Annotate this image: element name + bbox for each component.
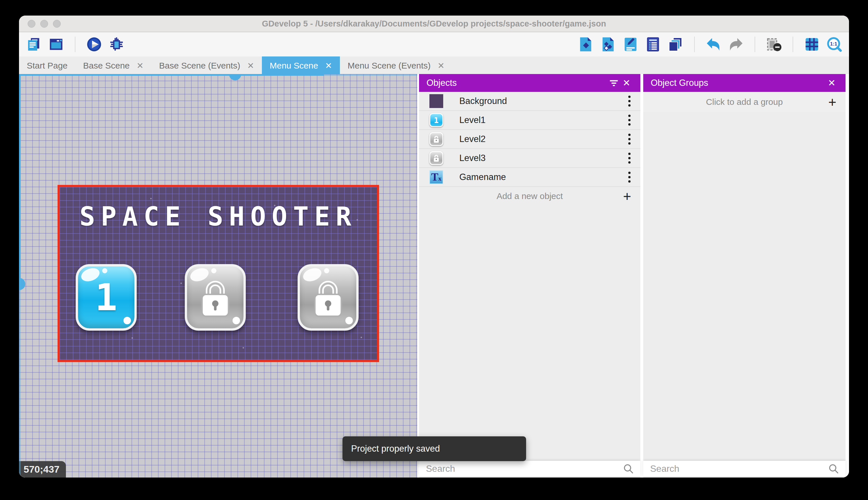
main-area: SPACE SHOOTER 1 xyxy=(19,74,849,478)
close-tab-icon[interactable]: ✕ xyxy=(437,61,444,70)
toolbar-separator xyxy=(754,37,755,52)
level1-button-thumbnail: 1 xyxy=(430,113,443,127)
add-group-button[interactable]: Click to add a group + xyxy=(643,92,846,112)
toolbar-separator xyxy=(75,37,75,52)
tab-label: Menu Scene xyxy=(270,61,318,70)
text-object-thumbnail: Tx xyxy=(430,170,443,184)
object-groups-panel-title: Object Groups xyxy=(651,78,708,88)
object-row-background[interactable]: Background xyxy=(419,92,640,111)
object-groups-panel-header: Object Groups ✕ xyxy=(643,74,846,92)
objects-panel-header: Objects ✕ xyxy=(419,74,640,92)
traffic-lights xyxy=(28,20,61,28)
toolbar: 1:1 xyxy=(19,32,849,56)
toolbar-separator xyxy=(694,37,695,52)
object-row-gamename[interactable]: Tx Gamename xyxy=(419,168,640,187)
close-window-button[interactable] xyxy=(28,20,35,28)
add-new-object-button[interactable]: Add a new object + xyxy=(419,187,640,205)
layers-icon[interactable] xyxy=(667,36,684,53)
filter-icon[interactable] xyxy=(608,77,620,89)
canvas-left-scrollbar-track[interactable] xyxy=(19,290,21,478)
minimize-window-button[interactable] xyxy=(40,20,48,28)
canvas-left-scrollbar[interactable] xyxy=(19,74,21,290)
objects-panel: Objects ✕ Background 1 Level1 xyxy=(419,74,640,478)
save-toast: Project properly saved xyxy=(342,436,526,461)
groups-search-bar xyxy=(643,461,846,476)
object-menu-icon[interactable] xyxy=(624,113,635,127)
zoom-window-button[interactable] xyxy=(53,20,61,28)
debug-icon[interactable] xyxy=(108,36,125,53)
plus-icon: + xyxy=(828,94,836,110)
groups-search-input[interactable] xyxy=(649,463,828,474)
window-mask-icon[interactable] xyxy=(765,36,782,53)
properties-icon[interactable] xyxy=(622,36,639,53)
tab-menu-scene-events[interactable]: Menu Scene (Events) ✕ xyxy=(340,56,453,75)
tab-menu-scene[interactable]: Menu Scene ✕ xyxy=(262,56,340,75)
locked-button-thumbnail xyxy=(430,151,443,165)
object-menu-icon[interactable] xyxy=(624,132,635,146)
padlock-icon xyxy=(300,266,356,328)
scene-window-icon[interactable] xyxy=(48,36,64,53)
redo-icon[interactable] xyxy=(728,36,744,53)
search-icon xyxy=(622,463,634,474)
toolbar-left-group xyxy=(25,36,125,53)
tab-label: Base Scene (Events) xyxy=(159,61,240,70)
close-tab-icon[interactable]: ✕ xyxy=(325,61,332,70)
scene-editor-canvas[interactable]: SPACE SHOOTER 1 xyxy=(19,74,417,478)
horizontal-scroll-handle[interactable] xyxy=(229,74,241,80)
object-row-level3[interactable]: Level3 xyxy=(419,149,640,168)
close-panel-icon[interactable]: ✕ xyxy=(620,78,633,88)
object-name: Level2 xyxy=(459,134,485,144)
close-panel-icon[interactable]: ✕ xyxy=(825,78,838,88)
level3-locked-button-instance[interactable] xyxy=(297,264,359,331)
app-window: GDevelop 5 - /Users/dkarakay/Documents/G… xyxy=(19,15,849,478)
scene-window-selection[interactable]: SPACE SHOOTER 1 xyxy=(58,185,379,362)
object-name: Level3 xyxy=(459,153,485,163)
canvas-top-scrollbar-track[interactable] xyxy=(324,74,417,76)
level-number: 1 xyxy=(78,266,134,328)
svg-text:1:1: 1:1 xyxy=(830,41,837,47)
objects-panel-icon[interactable] xyxy=(577,36,594,53)
padlock-icon xyxy=(187,266,244,328)
object-groups-icon[interactable] xyxy=(600,36,617,53)
plus-icon: + xyxy=(623,189,631,204)
close-tab-icon[interactable]: ✕ xyxy=(247,61,254,70)
object-menu-icon[interactable] xyxy=(624,151,635,165)
instances-list-icon[interactable] xyxy=(645,36,661,53)
star-decoration xyxy=(356,219,358,220)
close-tab-icon[interactable]: ✕ xyxy=(137,61,144,70)
project-manager-icon[interactable] xyxy=(25,36,42,53)
object-row-level1[interactable]: 1 Level1 xyxy=(419,111,640,130)
object-menu-icon[interactable] xyxy=(624,94,635,108)
tab-label: Start Page xyxy=(27,61,68,70)
vertical-scroll-handle[interactable] xyxy=(19,278,25,290)
tab-start-page[interactable]: Start Page xyxy=(19,56,75,75)
level2-locked-button-instance[interactable] xyxy=(185,264,246,331)
tab-label: Menu Scene (Events) xyxy=(348,61,431,70)
add-object-label: Add a new object xyxy=(496,191,563,201)
tab-label: Base Scene xyxy=(83,61,130,70)
object-groups-panel: Object Groups ✕ Click to add a group + xyxy=(643,74,846,478)
star-decoration xyxy=(274,205,275,206)
search-icon xyxy=(828,463,839,474)
object-menu-icon[interactable] xyxy=(624,170,635,184)
window-title: GDevelop 5 - /Users/dkarakay/Documents/G… xyxy=(262,19,606,29)
zoom-1-1-icon[interactable]: 1:1 xyxy=(826,36,843,53)
object-row-level2[interactable]: Level2 xyxy=(419,130,640,149)
objects-search-input[interactable] xyxy=(425,463,622,474)
grid-icon[interactable] xyxy=(804,36,820,53)
undo-icon[interactable] xyxy=(705,36,722,53)
star-decoration xyxy=(103,222,105,224)
star-decoration xyxy=(361,337,362,338)
level1-button-instance[interactable]: 1 xyxy=(76,264,137,331)
play-icon[interactable] xyxy=(86,36,103,53)
background-thumbnail xyxy=(430,94,443,108)
objects-search-bar xyxy=(419,461,640,476)
tab-base-scene[interactable]: Base Scene ✕ xyxy=(75,56,151,75)
tab-base-scene-events[interactable]: Base Scene (Events) ✕ xyxy=(151,56,262,75)
toolbar-right-group: 1:1 xyxy=(577,36,843,53)
canvas-top-scrollbar[interactable] xyxy=(19,74,324,76)
object-name: Background xyxy=(459,96,507,106)
game-title-text-object[interactable]: SPACE SHOOTER xyxy=(60,201,377,231)
toast-message: Project properly saved xyxy=(351,444,440,454)
star-decoration xyxy=(180,283,182,284)
